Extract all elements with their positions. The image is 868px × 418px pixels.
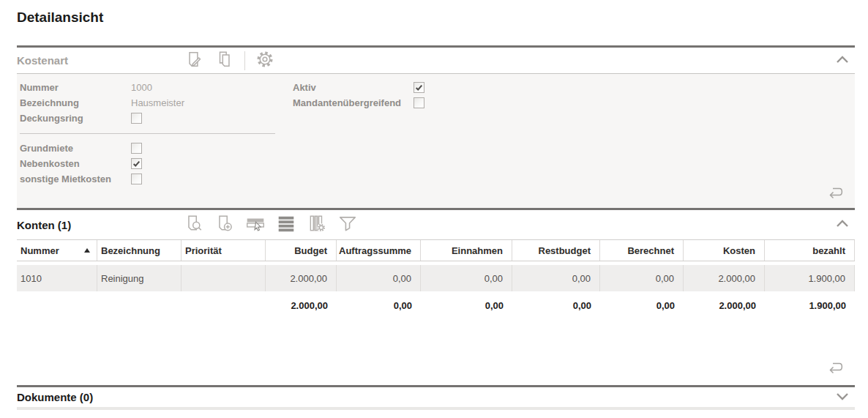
copy-document-icon [215, 50, 234, 72]
total-empty [97, 294, 182, 317]
view-button[interactable] [183, 214, 205, 236]
kostenart-return-button[interactable] [826, 185, 846, 203]
field-sonstige-mietkosten: sonstige Mietkosten [20, 171, 293, 187]
total-einnahmen: 0,00 [421, 294, 512, 317]
column-header-einnahmen[interactable]: Einnahmen [421, 240, 512, 261]
field-label: Aktiv [293, 82, 414, 93]
field-mandantenuebergreifend: Mandantenübergreifend [293, 95, 424, 111]
total-budget: 2.000,00 [266, 294, 337, 317]
section-dokumente: Dokumente (0) [17, 387, 855, 410]
cell-restbudget: 0,00 [512, 265, 600, 291]
column-settings-button[interactable] [306, 214, 328, 236]
section-konten: Konten (1) [17, 210, 855, 385]
detail-view-page: Detailansicht Kostenart [0, 0, 868, 418]
field-label: Mandantenübergreifend [293, 97, 414, 108]
filter-button[interactable] [337, 214, 359, 236]
edit-button[interactable] [183, 50, 205, 72]
konten-return-button[interactable] [826, 360, 846, 378]
field-label: sonstige Mietkosten [20, 173, 131, 184]
column-header-nummer[interactable]: Nummer [17, 240, 97, 261]
field-nebenkosten: Nebenkosten [20, 156, 293, 171]
column-header-prioritaet[interactable]: Priorität [182, 240, 266, 261]
toolbar-separator [244, 51, 245, 70]
cell-prioritaet [182, 265, 266, 291]
column-header-bezeichnung[interactable]: Bezeichnung [97, 240, 182, 261]
return-arrow-icon [826, 190, 846, 202]
column-header-budget[interactable]: Budget [266, 240, 337, 261]
field-value: Hausmeister [131, 97, 184, 108]
settings-button[interactable] [254, 50, 276, 72]
filter-funnel-icon [337, 214, 358, 236]
copy-button[interactable] [214, 50, 236, 72]
total-berechnet: 0,00 [600, 294, 684, 317]
dokumente-collapse-toggle[interactable] [830, 388, 855, 407]
chevron-down-icon [834, 391, 850, 404]
form-divider [20, 133, 275, 134]
field-bezeichnung: Bezeichnung Hausmeister [20, 95, 293, 111]
konten-toolbar [183, 214, 359, 236]
konten-header: Konten (1) [17, 210, 855, 239]
field-deckungsring: Deckungsring [20, 111, 293, 126]
select-rows-button[interactable] [244, 214, 266, 236]
rows-view-button[interactable] [275, 214, 297, 236]
field-label: Bezeichnung [20, 97, 131, 108]
kostenart-title: Kostenart [17, 54, 183, 67]
field-value: 1000 [131, 82, 152, 93]
cell-berechnet: 0,00 [600, 265, 684, 291]
kostenart-toolbar [183, 50, 276, 72]
add-button[interactable] [214, 214, 236, 236]
total-bezahlt: 1.900,00 [765, 294, 855, 317]
dokumente-collapsed-bar [17, 407, 855, 410]
table-row[interactable]: 1010 Reinigung 2.000,00 0,00 0,00 0,00 0… [17, 265, 855, 291]
total-kosten: 2.000,00 [684, 294, 765, 317]
column-header-bezahlt[interactable]: bezahlt [765, 240, 855, 261]
total-empty [17, 294, 97, 317]
field-aktiv: Aktiv [293, 80, 424, 95]
chevron-up-icon [834, 54, 850, 67]
konten-title: Konten (1) [17, 219, 183, 231]
aktiv-checkbox[interactable] [414, 82, 424, 93]
field-nummer: Nummer 1000 [20, 80, 293, 95]
konten-table: Nummer Bezeichnung Priorität Budget Auft… [17, 239, 855, 317]
edit-document-icon [184, 50, 203, 72]
total-empty [182, 294, 266, 317]
rows-view-icon [277, 214, 296, 236]
field-label: Deckungsring [20, 113, 131, 124]
settings-gear-icon [255, 50, 274, 72]
column-header-kosten[interactable]: Kosten [684, 240, 765, 261]
kostenart-form-left: Nummer 1000 Bezeichnung Hausmeister Deck… [20, 80, 293, 187]
deckungsring-checkbox[interactable] [131, 113, 142, 124]
table-header-row: Nummer Bezeichnung Priorität Budget Auft… [17, 239, 855, 261]
cell-kosten: 2.000,00 [684, 265, 765, 291]
kostenart-collapse-toggle[interactable] [830, 51, 855, 70]
grundmiete-checkbox[interactable] [131, 143, 142, 154]
cell-bezahlt: 1.900,00 [765, 265, 855, 291]
mandantenuebergreifend-checkbox[interactable] [414, 97, 424, 108]
field-label: Grundmiete [20, 143, 131, 154]
page-title: Detailansicht [17, 0, 855, 26]
column-header-berechnet[interactable]: Berechnet [600, 240, 684, 261]
table-summary-row: 2.000,00 0,00 0,00 0,00 0,00 2.000,00 1.… [17, 294, 855, 317]
cell-nummer: 1010 [17, 265, 97, 291]
select-rows-icon [245, 214, 266, 236]
column-header-auftragssumme[interactable]: Auftragssumme [337, 240, 421, 261]
view-document-icon [184, 214, 203, 236]
field-label: Nummer [20, 82, 131, 93]
total-restbudget: 0,00 [512, 294, 600, 317]
column-header-restbudget[interactable]: Restbudget [512, 240, 600, 261]
kostenart-form-right: Aktiv Mandantenübergreifend [293, 80, 424, 187]
dokumente-title: Dokumente (0) [17, 391, 183, 403]
sonstige-mietkosten-checkbox[interactable] [131, 173, 142, 184]
nebenkosten-checkbox[interactable] [131, 158, 142, 169]
section-kostenart: Kostenart [17, 48, 855, 208]
kostenart-form: Nummer 1000 Bezeichnung Hausmeister Deck… [20, 80, 855, 187]
cell-bezeichnung: Reinigung [97, 265, 182, 291]
field-grundmiete: Grundmiete [20, 141, 293, 156]
field-label: Nebenkosten [20, 158, 131, 169]
konten-collapse-toggle[interactable] [830, 215, 855, 234]
dokumente-header: Dokumente (0) [17, 387, 855, 407]
chevron-up-icon [834, 218, 850, 231]
add-document-icon [215, 214, 234, 236]
total-auftragssumme: 0,00 [337, 294, 421, 317]
cell-budget: 2.000,00 [266, 265, 337, 291]
